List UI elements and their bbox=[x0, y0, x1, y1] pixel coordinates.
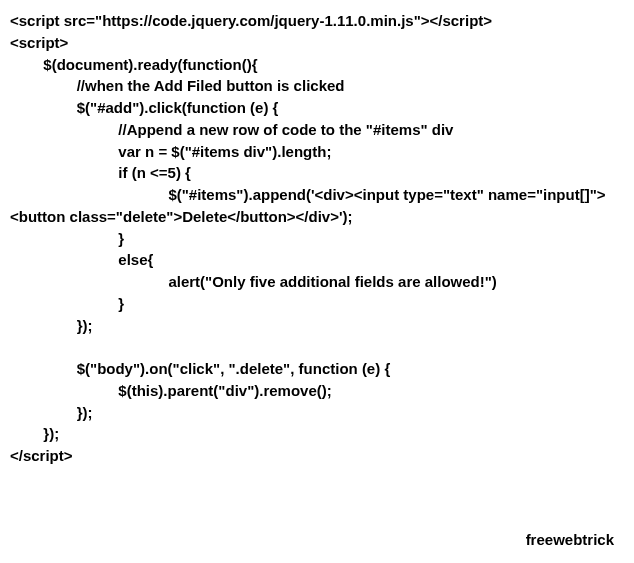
code-snippet: <script src="https://code.jquery.com/jqu… bbox=[10, 10, 624, 467]
watermark: freewebtrick bbox=[526, 531, 614, 548]
code-line: <script src="https://code.jquery.com/jqu… bbox=[10, 12, 606, 464]
